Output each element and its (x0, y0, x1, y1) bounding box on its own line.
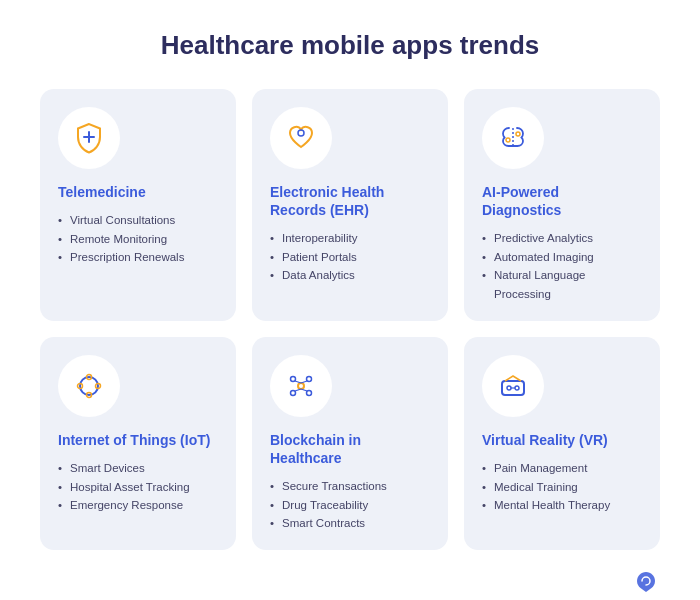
icon-circle-vr (482, 355, 544, 417)
icon-circle-ai (482, 107, 544, 169)
svg-line-18 (295, 389, 301, 391)
vr-icon (495, 368, 531, 404)
svg-point-21 (507, 386, 511, 390)
svg-point-14 (291, 390, 296, 395)
list-item: Drug Traceability (270, 496, 387, 514)
card-blockchain: Blockchain in Healthcare Secure Transact… (252, 337, 448, 551)
list-item: Secure Transactions (270, 477, 387, 495)
card-title-ai: AI-Powered Diagnostics (482, 183, 642, 219)
list-item: Hospital Asset Tracking (58, 478, 190, 496)
svg-point-15 (307, 390, 312, 395)
card-title-vr: Virtual Reality (VR) (482, 431, 608, 449)
list-item: Pain Management (482, 459, 610, 477)
list-item: Prescription Renewals (58, 248, 184, 266)
svg-point-12 (291, 376, 296, 381)
card-title-ehr: Electronic Health Records (EHR) (270, 183, 430, 219)
card-list-blockchain: Secure Transactions Drug Traceability Sm… (270, 477, 387, 532)
svg-point-5 (506, 138, 510, 142)
card-title-iot: Internet of Things (IoT) (58, 431, 210, 449)
svg-point-13 (307, 376, 312, 381)
blockchain-icon (283, 368, 319, 404)
card-list-ehr: Interoperability Patient Portals Data An… (270, 229, 357, 284)
svg-line-19 (301, 389, 307, 391)
card-vr: Virtual Reality (VR) Pain Management Med… (464, 337, 660, 551)
cards-grid: Telemedicine Virtual Consultations Remot… (40, 89, 660, 550)
card-ehr: Electronic Health Records (EHR) Interope… (252, 89, 448, 321)
iot-icon (71, 368, 107, 404)
list-item: Medical Training (482, 478, 610, 496)
card-ai: AI-Powered Diagnostics Predictive Analyt… (464, 89, 660, 321)
icon-circle-iot (58, 355, 120, 417)
icon-circle-telemedicine (58, 107, 120, 169)
card-iot: Internet of Things (IoT) Smart Devices H… (40, 337, 236, 551)
list-item: Virtual Consultations (58, 211, 184, 229)
icon-circle-blockchain (270, 355, 332, 417)
list-item: Predictive Analytics (482, 229, 642, 247)
list-item: Interoperability (270, 229, 357, 247)
list-item: Patient Portals (270, 248, 357, 266)
list-item: Automated Imaging (482, 248, 642, 266)
list-item: Data Analytics (270, 266, 357, 284)
card-title-telemedicine: Telemedicine (58, 183, 146, 201)
card-title-blockchain: Blockchain in Healthcare (270, 431, 430, 467)
svg-point-4 (516, 132, 520, 136)
card-list-vr: Pain Management Medical Training Mental … (482, 459, 610, 514)
list-item: Mental Health Therapy (482, 496, 610, 514)
list-item: Remote Monitoring (58, 230, 184, 248)
svg-line-16 (295, 381, 301, 383)
svg-point-22 (515, 386, 519, 390)
card-telemedicine: Telemedicine Virtual Consultations Remot… (40, 89, 236, 321)
shield-icon (71, 120, 107, 156)
list-item: Emergency Response (58, 496, 190, 514)
icon-circle-ehr (270, 107, 332, 169)
svg-point-11 (298, 383, 304, 389)
list-item: Natural Language Processing (482, 266, 642, 303)
card-list-telemedicine: Virtual Consultations Remote Monitoring … (58, 211, 184, 266)
list-item: Smart Devices (58, 459, 190, 477)
list-item: Smart Contracts (270, 514, 387, 532)
page-title: Healthcare mobile apps trends (161, 30, 540, 61)
svg-line-17 (301, 381, 307, 383)
footer-logo (632, 568, 660, 600)
brain-icon (495, 120, 531, 156)
card-list-iot: Smart Devices Hospital Asset Tracking Em… (58, 459, 190, 514)
card-list-ai: Predictive Analytics Automated Imaging N… (482, 229, 642, 303)
heart-icon (283, 120, 319, 156)
